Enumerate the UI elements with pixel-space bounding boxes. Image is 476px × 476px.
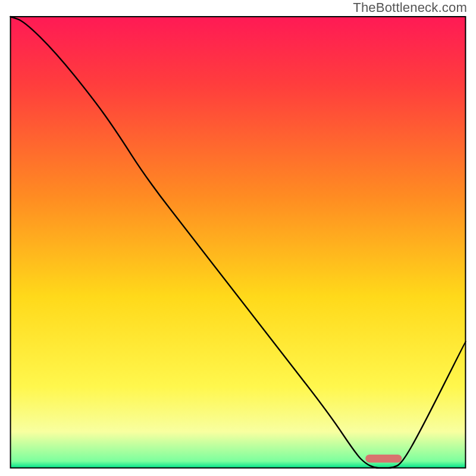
chart-background: [11, 17, 466, 468]
optimal-range-marker: [365, 455, 402, 463]
chart-container: TheBottleneck.com: [0, 0, 476, 476]
bottleneck-chart: [0, 0, 476, 476]
